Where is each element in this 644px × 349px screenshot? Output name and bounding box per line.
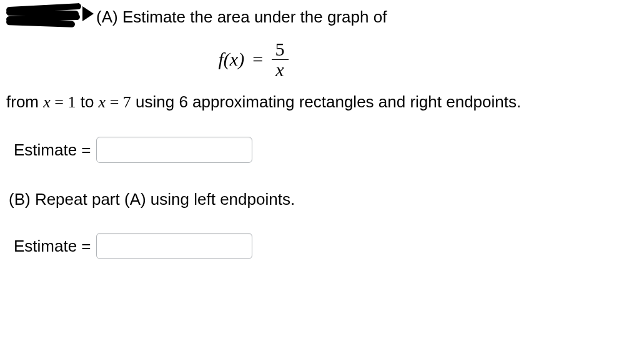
part-a-prompt-line2: from x = 1 to x = 7 using 6 approximatin… bbox=[6, 91, 638, 114]
estimate-a-label: Estimate = bbox=[14, 139, 91, 161]
to-val: 7 bbox=[123, 93, 131, 111]
from-prefix: from bbox=[6, 92, 43, 111]
problem-page: (A) Estimate the area under the graph of… bbox=[0, 0, 644, 349]
formula: f(x) = 5 x bbox=[6, 39, 500, 79]
estimate-b-row: Estimate = bbox=[14, 233, 638, 259]
part-a-label: (A) bbox=[96, 7, 118, 26]
fraction: 5 x bbox=[272, 39, 289, 79]
part-a-header-row: (A) Estimate the area under the graph of bbox=[6, 4, 638, 28]
estimate-b-label: Estimate = bbox=[14, 235, 91, 257]
fraction-numerator: 5 bbox=[272, 39, 289, 60]
from-var: x bbox=[43, 93, 51, 111]
estimate-b-input[interactable] bbox=[96, 233, 252, 259]
arrow-right-icon bbox=[82, 4, 95, 22]
fraction-denominator: x bbox=[272, 60, 289, 80]
line2-suffix: using 6 approximating rectangles and rig… bbox=[131, 92, 521, 111]
part-a-prompt-line1: (A) Estimate the area under the graph of bbox=[96, 4, 387, 28]
from-val: 1 bbox=[67, 93, 76, 111]
formula-lhs: f(x) bbox=[218, 49, 244, 69]
to-eq: = bbox=[106, 93, 123, 111]
to-text: to bbox=[76, 92, 98, 111]
part-b-prompt: (B) Repeat part (A) using left endpoints… bbox=[9, 188, 638, 210]
estimate-a-input[interactable] bbox=[96, 137, 252, 163]
to-var: x bbox=[99, 93, 106, 111]
part-a-text1: Estimate the area under the graph of bbox=[122, 7, 387, 26]
estimate-a-row: Estimate = bbox=[14, 137, 638, 163]
from-eq: = bbox=[51, 93, 68, 111]
svg-marker-0 bbox=[82, 6, 94, 21]
redaction-scribble bbox=[6, 4, 81, 26]
equals-sign: = bbox=[252, 49, 263, 69]
